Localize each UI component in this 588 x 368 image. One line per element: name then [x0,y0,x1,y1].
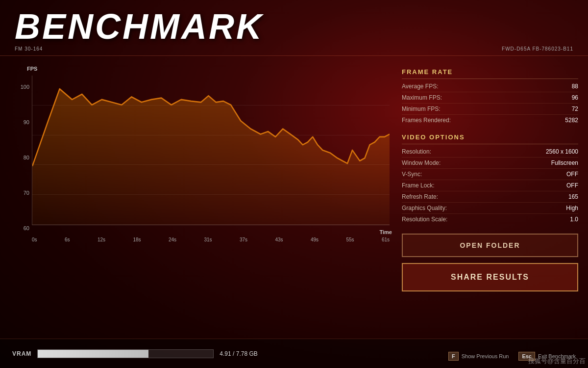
stat-label-avg-fps: Average FPS: [402,83,438,90]
x-label-0: 0s [32,237,37,242]
stat-label-res-scale: Resolution Scale: [402,216,447,223]
x-label-43: 43s [275,237,283,242]
stat-label-max-fps: Maximum FPS: [402,94,442,101]
right-panel: FRAME RATE Average FPS: 88 Maximum FPS: … [402,61,578,365]
divider-video-options [402,144,578,144]
x-label-37: 37s [240,237,247,242]
y-label-70: 70 [24,190,29,196]
key-f: F [448,352,459,361]
stat-label-vsync: V-Sync: [402,171,422,178]
time-axis-label: Time [380,229,392,235]
stat-avg-fps: Average FPS: 88 [402,81,578,92]
vram-bar [37,349,214,358]
stat-max-fps: Maximum FPS: 96 [402,92,578,104]
stat-label-window: Window Mode: [402,159,441,166]
stat-refresh-rate: Refresh Rate: 165 [402,191,578,203]
x-axis-labels: 0s 6s 12s 18s 24s 31s 37s 43s 49s 55s 61… [32,237,390,242]
y-label-60: 60 [24,225,29,231]
open-folder-button[interactable]: OPEN FOLDER [402,234,578,257]
stat-vsync: V-Sync: OFF [402,169,578,180]
stat-value-avg-fps: 88 [572,83,578,90]
hint-show-prev-text: Show Previous Run [462,353,509,359]
x-label-55: 55s [346,237,354,242]
stat-value-frame-lock: OFF [566,182,578,189]
chart-area: FPS 100 90 80 70 60 [10,61,392,365]
main-content: FPS 100 90 80 70 60 [0,56,588,365]
stat-res-scale: Resolution Scale: 1.0 [402,214,578,225]
x-label-24: 24s [169,237,176,242]
chart-inner [32,76,390,225]
stat-frame-lock: Frame Lock: OFF [402,180,578,191]
video-options-stats: Resolution: 2560 x 1600 Window Mode: Ful… [402,146,578,225]
stat-value-refresh: 165 [568,193,578,200]
fps-axis-label: FPS [27,66,37,72]
y-label-80: 80 [24,155,29,160]
header: BENCHMARK FM 30-164 FWD-D65A FB-786023-B… [0,0,588,56]
hint-show-previous: F Show Previous Run [448,352,509,361]
stat-value-res-scale: 1.0 [570,216,578,223]
stat-value-frames: 5282 [565,117,578,124]
subtitle-left: FM 30-164 [15,46,43,52]
video-options-title: VIDEO OPTIONS [402,133,578,141]
stat-value-max-fps: 96 [572,94,578,101]
x-label-49: 49s [311,237,318,242]
stat-label-frames: Frames Rendered: [402,117,451,124]
stat-min-fps: Minimum FPS: 72 [402,104,578,115]
stat-value-resolution: 2560 x 1600 [546,148,578,155]
stat-window-mode: Window Mode: Fullscreen [402,158,578,169]
fps-line-chart [32,76,390,225]
stat-label-min-fps: Minimum FPS: [402,105,441,112]
stat-label-graphics: Graphics Quality: [402,205,447,211]
stat-value-window: Fullscreen [551,159,578,166]
stat-frames-rendered: Frames Rendered: 5282 [402,115,578,126]
stat-resolution: Resolution: 2560 x 1600 [402,146,578,158]
vram-label: VRAM [12,350,31,357]
stat-value-graphics: High [566,205,578,211]
vram-bar-fill [38,350,148,358]
x-label-31: 31s [204,237,212,242]
stat-value-min-fps: 72 [572,105,578,112]
x-label-12: 12s [98,237,105,242]
bottom-bar: VRAM 4.91 / 7.78 GB F Show Previous Run … [0,339,588,368]
fps-chart: FPS 100 90 80 70 60 [10,66,392,242]
x-label-18: 18s [133,237,141,242]
x-label-61: 61s [382,237,390,242]
vram-text: 4.91 / 7.78 GB [220,350,257,357]
stat-label-resolution: Resolution: [402,148,431,155]
divider-frame-rate [402,79,578,79]
x-label-6: 6s [65,237,70,242]
watermark: 搜狐号@含量百分百 [528,357,586,366]
stat-value-vsync: OFF [566,171,578,178]
stat-label-refresh: Refresh Rate: [402,193,438,200]
subtitle-right: FWD-D65A FB-786023-B11 [502,46,573,52]
frame-rate-stats: Average FPS: 88 Maximum FPS: 96 Minimum … [402,81,578,126]
y-label-100: 100 [21,84,29,90]
page-title: BENCHMARK [15,9,573,44]
share-results-button[interactable]: SHARE RESULTS [402,263,578,291]
stat-graphics-quality: Graphics Quality: High [402,203,578,214]
button-area: OPEN FOLDER SHARE RESULTS [402,234,578,291]
y-label-90: 90 [24,119,29,125]
frame-rate-title: FRAME RATE [402,68,578,76]
stat-label-frame-lock: Frame Lock: [402,182,435,189]
